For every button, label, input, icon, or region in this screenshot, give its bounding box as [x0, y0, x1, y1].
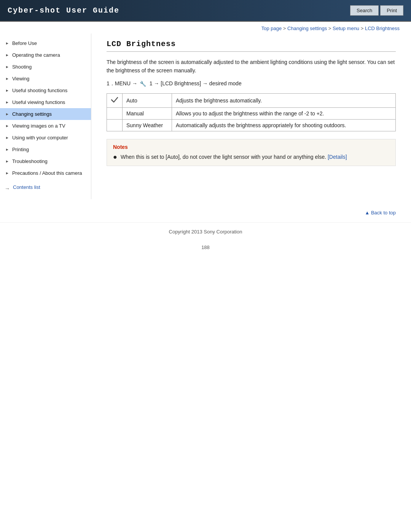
sidebar-item-label: Using with your computer [12, 135, 68, 141]
sidebar-item-label: Troubleshooting [12, 158, 48, 164]
footer: Copyright 2013 Sony Corporation [0, 222, 411, 241]
chevron-right-icon: ► [5, 112, 9, 116]
chevron-right-icon: ► [5, 88, 9, 93]
chevron-right-icon: ► [5, 147, 9, 152]
breadcrumb-top-page[interactable]: Top page [261, 26, 282, 31]
notes-box: Notes ● When this is set to [Auto], do n… [107, 139, 396, 166]
table-row: Manual Allows you to adjust the brightne… [107, 107, 396, 119]
back-to-top-row: ▲ Back to top [0, 207, 411, 219]
sidebar-item-troubleshooting[interactable]: ► Troubleshooting [0, 155, 91, 167]
table-row: Auto Adjusts the brightness automaticall… [107, 93, 396, 107]
table-mode-cell: Sunny Weather [123, 119, 172, 131]
details-link[interactable]: [Details] [328, 154, 347, 160]
sidebar-item-useful-shooting[interactable]: ► Useful shooting functions [0, 85, 91, 96]
intro-paragraph: The brightness of the screen is automati… [107, 58, 396, 75]
copyright-text: Copyright 2013 Sony Corporation [169, 229, 242, 235]
chevron-right-icon: ► [5, 159, 9, 163]
sidebar: ► Before Use ► Operating the camera ► Sh… [0, 34, 91, 199]
breadcrumb: Top page > Changing settings > Setup men… [0, 22, 411, 34]
table-mode-cell: Manual [123, 107, 172, 119]
breadcrumb-changing-settings[interactable]: Changing settings [287, 26, 327, 31]
table-desc-cell: Allows you to adjust the brightness with… [172, 107, 396, 119]
search-button[interactable]: Search [350, 5, 379, 16]
sidebar-item-label: Shooting [12, 64, 32, 70]
print-button[interactable]: Print [380, 5, 403, 16]
header-buttons: Search Print [350, 5, 403, 16]
chevron-right-icon: ► [5, 136, 9, 140]
sidebar-item-label: Viewing images on a TV [12, 123, 65, 129]
chevron-right-icon: ► [5, 53, 9, 57]
chevron-right-icon: ► [5, 100, 9, 104]
sidebar-item-useful-viewing[interactable]: ► Useful viewing functions [0, 96, 91, 108]
sidebar-item-label: Precautions / About this camera [12, 170, 82, 176]
breadcrumb-setup-menu[interactable]: Setup menu [333, 26, 359, 31]
notes-item: ● When this is set to [Auto], do not cov… [113, 153, 389, 161]
sidebar-item-computer[interactable]: ► Using with your computer [0, 132, 91, 144]
sidebar-item-changing-settings[interactable]: ► Changing settings [0, 108, 91, 120]
app-title: Cyber-shot User Guide [8, 6, 119, 15]
wrench-icon: 🔧 [140, 81, 147, 87]
sidebar-item-label: Changing settings [12, 111, 52, 117]
contents-list-link[interactable]: Contents list [13, 184, 40, 190]
instruction-text: 1．MENU → 🔧 1 → [LCD Brightness] → desire… [107, 80, 396, 87]
sidebar-item-shooting[interactable]: ► Shooting [0, 61, 91, 73]
back-to-top-link[interactable]: ▲ Back to top [365, 210, 396, 216]
sidebar-item-label: Operating the camera [12, 52, 60, 58]
svg-text:🔧: 🔧 [140, 81, 147, 87]
table-mode-cell: Auto [123, 93, 172, 107]
breadcrumb-sep1: > [283, 26, 287, 31]
chevron-right-icon: ► [5, 65, 9, 69]
table-desc-cell: Automatically adjusts the brightness app… [172, 119, 396, 131]
table-row: Sunny Weather Automatically adjusts the … [107, 119, 396, 131]
sidebar-item-label: Useful viewing functions [12, 99, 65, 105]
chevron-right-icon: ► [5, 41, 9, 45]
arrow-right-icon [5, 185, 11, 189]
main-layout: ► Before Use ► Operating the camera ► Sh… [0, 34, 411, 207]
breadcrumb-lcd-brightness[interactable]: LCD Brightness [365, 26, 400, 31]
sidebar-item-label: Viewing [12, 76, 29, 81]
bullet-icon: ● [113, 153, 118, 160]
sidebar-item-label: Printing [12, 147, 29, 152]
chevron-right-icon: ► [5, 124, 9, 128]
breadcrumb-sep2: > [328, 26, 333, 31]
content-area: LCD Brightness The brightness of the scr… [91, 34, 411, 199]
breadcrumb-sep3: > [361, 26, 365, 31]
header: Cyber-shot User Guide Search Print [0, 0, 411, 22]
sidebar-footer: Contents list [0, 179, 91, 195]
chevron-right-icon: ► [5, 77, 9, 81]
sidebar-item-operating[interactable]: ► Operating the camera [0, 49, 91, 61]
notes-title: Notes [113, 144, 389, 150]
sidebar-item-printing[interactable]: ► Printing [0, 144, 91, 155]
brightness-table: Auto Adjusts the brightness automaticall… [107, 93, 396, 131]
chevron-right-icon: ► [5, 171, 9, 175]
sidebar-item-before-use[interactable]: ► Before Use [0, 37, 91, 49]
checkmark-icon [111, 96, 118, 103]
sidebar-item-precautions[interactable]: ► Precautions / About this camera [0, 167, 91, 179]
notes-text: When this is set to [Auto], do not cover… [121, 153, 347, 161]
table-icon-cell [107, 119, 123, 131]
page-number: 188 [0, 241, 411, 254]
page-title: LCD Brightness [107, 40, 396, 52]
sidebar-item-viewing-tv[interactable]: ► Viewing images on a TV [0, 120, 91, 132]
table-icon-cell [107, 93, 123, 107]
sidebar-item-viewing[interactable]: ► Viewing [0, 73, 91, 85]
table-desc-cell: Adjusts the brightness automatically. [172, 93, 396, 107]
sidebar-item-label: Useful shooting functions [12, 88, 67, 93]
sidebar-item-label: Before Use [12, 40, 37, 46]
table-icon-cell [107, 107, 123, 119]
